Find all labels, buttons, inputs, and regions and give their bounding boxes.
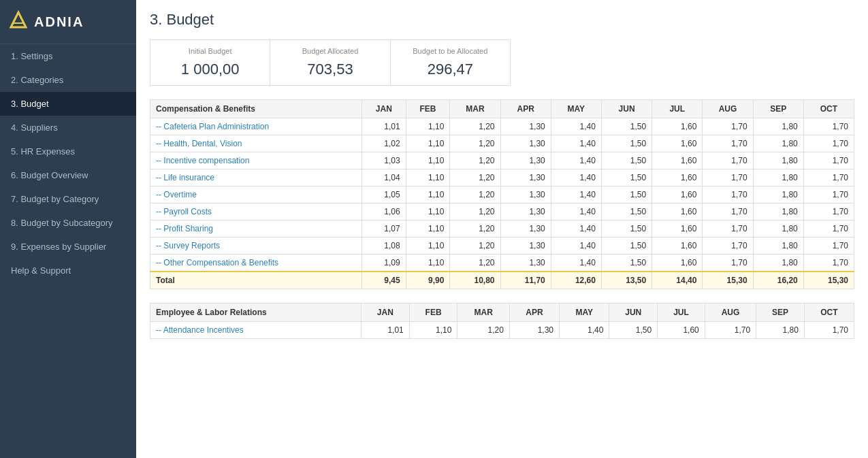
row2-label-0[interactable]: -- Attendance Incentives: [150, 322, 361, 339]
table2-header-row: Employee & Labor Relations JAN FEB MAR A…: [150, 304, 854, 322]
sidebar-item-hr-expenses[interactable]: 5. HR Expenses: [0, 140, 136, 163]
col-mar: MAR: [450, 100, 500, 118]
cell-1-2: 1,20: [450, 135, 500, 152]
cell-6-6: 1,60: [652, 220, 703, 238]
cell-1-3: 1,30: [500, 135, 551, 152]
employee-labor-section: Employee & Labor Relations JAN FEB MAR A…: [150, 303, 854, 339]
table-row: -- Profit Sharing1,071,101,201,301,401,5…: [150, 220, 854, 238]
cell-3-4: 1,40: [551, 169, 601, 186]
sidebar-item-suppliers[interactable]: 4. Suppliers: [0, 116, 136, 140]
cell-4-6: 1,60: [652, 186, 703, 203]
row-label-2[interactable]: -- Incentive compensation: [150, 152, 362, 169]
cell-7-0: 1,08: [361, 238, 406, 255]
cell-5-3: 1,30: [500, 203, 551, 220]
cell-1-1: 1,10: [406, 135, 450, 152]
cell-3-2: 1,20: [450, 169, 500, 186]
cell-1-7: 1,70: [703, 135, 753, 152]
row-label-8[interactable]: -- Other Compensation & Benefits: [150, 255, 362, 272]
compensation-benefits-section: Compensation & Benefits JAN FEB MAR APR …: [150, 99, 854, 289]
row-label-0[interactable]: -- Cafeteria Plan Administration: [150, 118, 362, 135]
col-feb: FEB: [406, 100, 450, 118]
row-label-1[interactable]: -- Health, Dental, Vision: [150, 135, 362, 152]
cell-1-6: 1,60: [652, 135, 703, 152]
sidebar-item-settings[interactable]: 1. Settings: [0, 44, 136, 68]
cell2-0-4: 1,40: [559, 322, 609, 339]
col2-may: MAY: [559, 304, 609, 322]
page-title: 3. Budget: [150, 11, 854, 29]
cell2-0-8: 1,80: [756, 322, 805, 339]
total-row: Total9,459,9010,8011,7012,6013,5014,4015…: [150, 272, 854, 289]
sidebar-item-budget-by-subcategory[interactable]: 8. Budget by Subcategory: [0, 211, 136, 235]
cell-4-5: 1,50: [601, 186, 652, 203]
row-label-4[interactable]: -- Overtime: [150, 186, 362, 203]
main-content: 3. Budget Initial Budget 1 000,00 Budget…: [136, 0, 868, 458]
cell-5-0: 1,06: [361, 203, 406, 220]
cell-1-8: 1,80: [753, 135, 803, 152]
cell-0-3: 1,30: [500, 118, 551, 135]
cell-8-4: 1,40: [551, 255, 601, 272]
cell-7-2: 1,20: [450, 238, 500, 255]
row-label-5[interactable]: -- Payroll Costs: [150, 203, 362, 220]
col2-jun: JUN: [609, 304, 658, 322]
col2-mar: MAR: [457, 304, 509, 322]
cell2-0-6: 1,60: [658, 322, 705, 339]
cell-2-3: 1,30: [500, 152, 551, 169]
cell-8-3: 1,30: [500, 255, 551, 272]
budget-to-allocate-label: Budget to be Allocated: [404, 47, 496, 55]
col-apr: APR: [500, 100, 551, 118]
logo-area: ADNIA: [0, 0, 136, 44]
sidebar-item-budget-overview[interactable]: 6. Budget Overview: [0, 163, 136, 187]
cell-3-9: 1,70: [803, 169, 854, 186]
row-label-6[interactable]: -- Profit Sharing: [150, 220, 362, 238]
cell-1-4: 1,40: [551, 135, 601, 152]
cell-3-7: 1,70: [703, 169, 753, 186]
budget-to-allocate-value: 296,47: [404, 61, 496, 78]
table-row: -- Survey Reports1,081,101,201,301,401,5…: [150, 238, 854, 255]
table2-category-header: Employee & Labor Relations: [150, 304, 361, 322]
cell-6-8: 1,80: [753, 220, 803, 238]
row-label-3[interactable]: -- Life insurance: [150, 169, 362, 186]
cell-1-9: 1,70: [803, 135, 854, 152]
cell-3-8: 1,80: [753, 169, 803, 186]
cell-6-0: 1,07: [361, 220, 406, 238]
col2-sep: SEP: [756, 304, 805, 322]
cell-5-5: 1,50: [601, 203, 652, 220]
total-cell-3: 11,70: [500, 272, 551, 289]
total-cell-2: 10,80: [450, 272, 500, 289]
col-jul: JUL: [652, 100, 703, 118]
col-oct: OCT: [803, 100, 854, 118]
sidebar-item-expenses-by-supplier[interactable]: 9. Expenses by Supplier: [0, 235, 136, 259]
cell-5-8: 1,80: [753, 203, 803, 220]
total-cell-9: 15,30: [803, 272, 854, 289]
cell-2-1: 1,10: [406, 152, 450, 169]
cell-1-0: 1,02: [361, 135, 406, 152]
cell2-0-2: 1,20: [457, 322, 509, 339]
sidebar-item-budget[interactable]: 3. Budget: [0, 92, 136, 116]
sidebar-item-budget-by-category[interactable]: 7. Budget by Category: [0, 187, 136, 211]
cell-7-1: 1,10: [406, 238, 450, 255]
total-label: Total: [150, 272, 362, 289]
cell-0-6: 1,60: [652, 118, 703, 135]
cell-0-1: 1,10: [406, 118, 450, 135]
col-jun: JUN: [601, 100, 652, 118]
cell-2-2: 1,20: [450, 152, 500, 169]
cell-0-2: 1,20: [450, 118, 500, 135]
col2-jul: JUL: [658, 304, 705, 322]
cell-5-6: 1,60: [652, 203, 703, 220]
table-row: -- Attendance Incentives1,011,101,201,30…: [150, 322, 854, 339]
adnia-logo-icon: [8, 10, 29, 34]
cell-7-8: 1,80: [753, 238, 803, 255]
sidebar-item-help-support[interactable]: Help & Support: [0, 259, 136, 282]
cell-5-1: 1,10: [406, 203, 450, 220]
cell-3-5: 1,50: [601, 169, 652, 186]
sidebar-item-categories[interactable]: 2. Categories: [0, 68, 136, 92]
cell-4-3: 1,30: [500, 186, 551, 203]
cell-1-5: 1,50: [601, 135, 652, 152]
sidebar: ADNIA 1. Settings2. Categories3. Budget4…: [0, 0, 136, 458]
row-label-7[interactable]: -- Survey Reports: [150, 238, 362, 255]
cell-7-6: 1,60: [652, 238, 703, 255]
cell-3-1: 1,10: [406, 169, 450, 186]
cell-8-1: 1,10: [406, 255, 450, 272]
cell-7-3: 1,30: [500, 238, 551, 255]
col2-apr: APR: [509, 304, 559, 322]
